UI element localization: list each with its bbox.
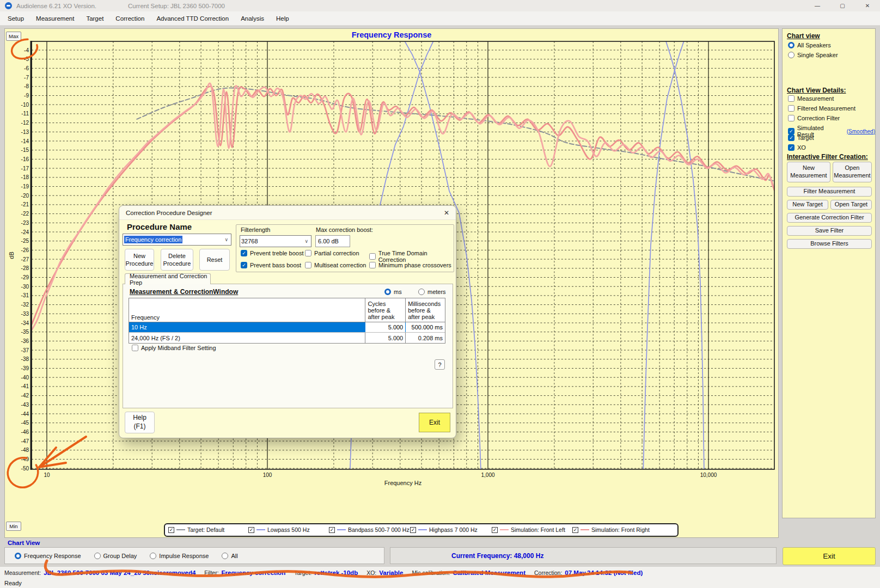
svg-text:10: 10 [44, 472, 50, 478]
sidebar-checkbox-measurement[interactable]: Measurement [788, 95, 834, 102]
svg-text:-26: -26 [21, 247, 29, 253]
max-button[interactable]: Max [6, 32, 21, 41]
apply-midband-checkbox[interactable]: Apply Midband Filter Setting [132, 345, 216, 351]
svg-text:-4: -4 [24, 47, 29, 53]
svg-text:-35: -35 [21, 329, 29, 335]
filterlength-label: Filterlength [241, 226, 270, 233]
exit-button[interactable]: Exit [783, 547, 876, 565]
view-radio-impulse-response[interactable]: Impulse Response [150, 553, 209, 559]
sidebar-checkbox-xo[interactable]: ✓XO [788, 144, 806, 151]
legend-checkbox[interactable]: ✓ [572, 527, 578, 533]
legend-checkbox[interactable]: ✓ [329, 527, 335, 533]
dialog-exit-button[interactable]: Exit [419, 413, 450, 432]
filterlength-select[interactable]: 32768∨ [240, 235, 311, 247]
menu-item-help[interactable]: Help [270, 15, 295, 22]
maximize-icon[interactable]: ▢ [830, 0, 855, 11]
legend-checkbox[interactable]: ✓ [492, 527, 498, 533]
radio-label: All [231, 553, 237, 559]
checkbox-label: Filtered Measurement [797, 105, 855, 112]
filter-measurement-button[interactable]: Filter Measurement [787, 187, 872, 197]
close-icon[interactable]: ✕ [855, 0, 880, 11]
dialog-checkbox-minimum-phase-crossovers[interactable]: Minimum phase crossovers [369, 262, 451, 268]
menu-item-target[interactable]: Target [80, 15, 109, 22]
open-measurement-button[interactable]: Open Measurement [833, 162, 872, 182]
svg-text:-27: -27 [21, 256, 29, 262]
dialog-checkbox-partial-correction[interactable]: Partial correction [305, 250, 359, 256]
dialog-checkbox-true-time-domain-correction[interactable]: True Time Domain Correction [369, 250, 454, 263]
sidebar-checkbox-correction-filter[interactable]: Correction Filter [788, 115, 840, 121]
dialog-close-icon[interactable]: ✕ [444, 209, 449, 217]
menu-item-analysis[interactable]: Analysis [235, 15, 270, 22]
filter-settings-group: Filterlength 32768∨ Max correction boost… [236, 224, 454, 272]
column-header: Frequency [129, 298, 365, 322]
table-row[interactable]: 24,000 Hz (FS / 2)5.0000.208 ms [129, 333, 445, 343]
dialog-checkbox-prevent-bass-boost[interactable]: ✓Prevent bass boost [241, 262, 301, 268]
svg-text:-45: -45 [21, 420, 29, 426]
checkbox-icon: ✓ [788, 128, 795, 134]
new-target-button[interactable]: New Target [787, 200, 828, 210]
checkbox-icon [369, 253, 376, 260]
open-target-button[interactable]: Open Target [830, 200, 872, 210]
status-label: Target: [294, 569, 311, 576]
checkbox-label: Target [797, 134, 814, 141]
svg-text:-41: -41 [21, 383, 29, 389]
view-radio-all[interactable]: All [222, 553, 237, 559]
reset-button[interactable]: Reset [199, 249, 230, 271]
minimize-icon[interactable]: — [805, 0, 830, 11]
checkbox-label: True Time Domain Correction [378, 250, 454, 263]
generate-correction-filter-button[interactable]: Generate Correction Filter [787, 213, 872, 223]
min-button[interactable]: Min [6, 522, 21, 531]
new-measurement-button[interactable]: New Measurement [787, 162, 830, 182]
svg-text:-17: -17 [21, 166, 29, 171]
procedure-name-heading: Procedure Name [127, 222, 192, 231]
svg-text:-49: -49 [21, 456, 29, 462]
legend-item: ✓Simulation: Front Right [572, 526, 650, 533]
smoothed-link[interactable]: (Smoothed) [847, 128, 875, 134]
status-value: Variable [379, 569, 403, 576]
checkbox-icon: ✓ [788, 134, 795, 141]
dialog-titlebar[interactable]: Correction Procedure Designer ✕ [119, 206, 456, 220]
max-boost-input[interactable]: 6.00 dB [315, 235, 350, 247]
status-item: Mic calibration:Calibrated Measurement [412, 569, 525, 576]
svg-text:-46: -46 [21, 429, 29, 435]
delete-procedure-button[interactable]: Delete Procedure [161, 249, 193, 271]
save-filter-button[interactable]: Save Filter [787, 226, 872, 236]
checkbox-icon: ✓ [241, 262, 247, 268]
unit-radio-meters[interactable]: meters [418, 289, 446, 295]
legend-checkbox[interactable]: ✓ [168, 527, 174, 533]
menu-item-measurement[interactable]: Measurement [30, 15, 80, 22]
sidebar-radio-single-speaker[interactable]: Single Speaker [788, 52, 838, 58]
sidebar-radio-all-speakers[interactable]: All Speakers [788, 42, 831, 48]
view-radio-frequency-response[interactable]: Frequency Response [15, 553, 81, 559]
legend-checkbox[interactable]: ✓ [410, 527, 416, 533]
menu-item-advanced-ttd-correction[interactable]: Advanced TTD Correction [150, 15, 235, 22]
unit-radio-ms[interactable]: ms [384, 289, 402, 295]
procedure-name-select[interactable]: Frequency correction∨ [123, 234, 231, 246]
menu-item-correction[interactable]: Correction [109, 15, 150, 22]
legend-checkbox[interactable]: ✓ [248, 527, 254, 533]
svg-text:-32: -32 [21, 302, 29, 308]
radio-icon [94, 553, 101, 559]
menu-item-setup[interactable]: Setup [2, 15, 30, 22]
table-row[interactable]: 10 Hz5.000500.000 ms [129, 322, 445, 333]
sidebar-checkbox-target[interactable]: ✓Target [788, 134, 814, 141]
view-radio-group-delay[interactable]: Group Delay [94, 553, 137, 559]
radio-label: Frequency Response [24, 553, 81, 559]
dialog-checkbox-multiseat-correction[interactable]: Multiseat correction [305, 262, 366, 268]
status-value: Calibrated Measurement [453, 569, 525, 576]
ready-status: Ready [0, 578, 880, 588]
radio-label: Single Speaker [797, 52, 838, 58]
sidebar-checkbox-filtered-measurement[interactable]: Filtered Measurement [788, 105, 855, 112]
svg-text:-30: -30 [21, 284, 29, 290]
browse-filters-button[interactable]: Browse Filters [787, 239, 872, 249]
window-titlebar: Audiolense 6.21 XO Version. Current Setu… [0, 0, 880, 11]
help-question-button[interactable]: ? [435, 359, 445, 370]
legend-item: ✓Target: Default [168, 526, 224, 533]
help-button[interactable]: Help (F1) [125, 412, 155, 433]
svg-text:-28: -28 [21, 265, 29, 271]
dialog-checkbox-prevent-treble-boost[interactable]: ✓Prevent treble boost [241, 250, 303, 256]
status-label: Correction: [534, 569, 562, 576]
new-procedure-button[interactable]: New Procedure [125, 249, 154, 271]
window-title: Audiolense 6.21 XO Version. [16, 3, 96, 9]
tab-measurement-correction-prep[interactable]: Measurement and Correction Prep [125, 273, 211, 284]
